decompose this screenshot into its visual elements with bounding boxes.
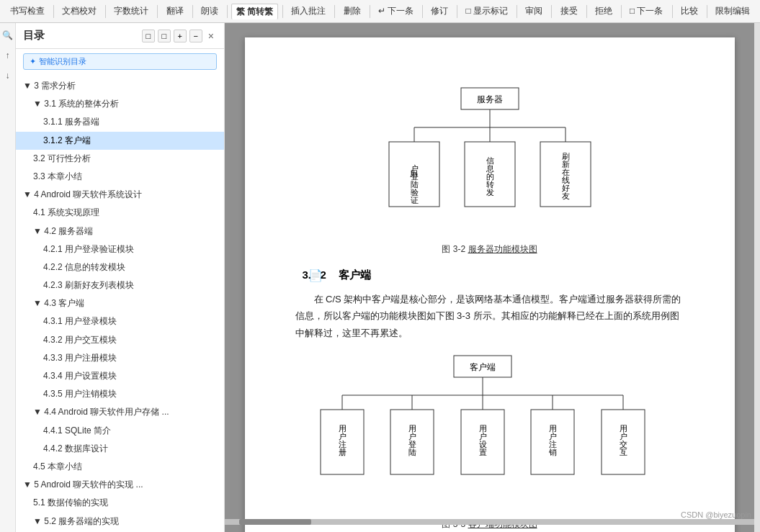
- sidebar-header: 目录 □ □ + − ×: [16, 23, 224, 49]
- toolbar: 书写检查 文档校对 字数统计 翻译 朗读 繁 简转繁 插入批注 删除 ↵ 下一条…: [0, 0, 760, 23]
- svg-text:互: 互: [619, 448, 627, 456]
- section-heading: 3.1.2 客户端: [295, 269, 684, 282]
- svg-text:服务器: 服务器: [477, 94, 503, 104]
- svg-text:客户端: 客户端: [470, 362, 496, 372]
- svg-text:证: 证: [410, 196, 418, 204]
- toc-item-4.4.2[interactable]: 4.4.2 数据库设计: [16, 440, 224, 458]
- toc-item-4.2[interactable]: ▼ 4.2 服务器端: [16, 222, 224, 240]
- sidebar-ctrl-collapse[interactable]: □: [142, 30, 155, 42]
- search-icon[interactable]: 🔍: [1, 29, 14, 42]
- svg-text:置: 置: [478, 448, 486, 456]
- svg-text:友: 友: [561, 191, 569, 200]
- toolbar-reject[interactable]: 拒绝: [591, 4, 617, 19]
- sidebar-toc: 目录 □ □ + − × ✦ 智能识别目录 ▼ 3 需求分析▼ 3.1 系统的整…: [16, 23, 225, 532]
- toc-item-4[interactable]: ▼ 4 Android 聊天软件系统设计: [16, 186, 224, 204]
- toolbar-wendang[interactable]: 文档校对: [58, 4, 101, 19]
- toc-item-5.2[interactable]: ▼ 5.2 服务器端的实现: [16, 513, 224, 531]
- smart-btn-label: 智能识别目录: [39, 56, 86, 67]
- toc-item-4.4.1[interactable]: 4.4.1 SQLite 简介: [16, 422, 224, 440]
- toc-item-4.5[interactable]: 4.5 本章小结: [16, 458, 224, 476]
- toc-item-3.1.2[interactable]: 3.1.2 客户端: [16, 132, 224, 150]
- svg-text:发: 发: [486, 188, 493, 197]
- server-chart-container: 服务器 用 户 登 陆 验 证: [295, 81, 684, 239]
- toc-item-3.2[interactable]: 3.2 可行性分析: [16, 150, 224, 168]
- nav-down-icon[interactable]: ↓: [1, 69, 14, 82]
- toc-tree: ▼ 3 需求分析▼ 3.1 系统的整体分析 3.1.1 服务器端 3.1.2 客…: [16, 74, 224, 532]
- toc-item-4.3.1[interactable]: 4.3.1 用户登录模块: [16, 312, 224, 330]
- sidebar-ctrl-plus[interactable]: +: [174, 30, 187, 42]
- client-chart-container: 客户端 用 户 注 册: [295, 348, 684, 514]
- toc-item-4.3[interactable]: ▼ 4.3 客户端: [16, 294, 224, 312]
- toc-item-4.2.2[interactable]: 4.2.2 信息的转发模块: [16, 258, 224, 276]
- fig1-caption-underline: 服务器功能模块图: [468, 244, 537, 254]
- toolbar-accept[interactable]: 接受: [556, 4, 582, 19]
- toolbar-show-marks[interactable]: □ 显示标记: [462, 4, 513, 19]
- sidebar-ctrl-minus[interactable]: −: [189, 30, 202, 42]
- sidebar-title: 目录: [23, 29, 45, 42]
- section-heading-container: 📄 3.1.2 客户端: [295, 269, 684, 282]
- toolbar-xiuding[interactable]: 修订: [426, 4, 452, 19]
- sidebar-ctrl-box[interactable]: □: [158, 30, 171, 42]
- toc-item-3.1.1[interactable]: 3.1.1 服务器端: [16, 113, 224, 131]
- toc-item-5[interactable]: ▼ 5 Android 聊天软件的实现 ...: [16, 476, 224, 494]
- sidebar-close-btn[interactable]: ×: [205, 30, 217, 42]
- svg-text:销: 销: [547, 448, 556, 456]
- right-border: [754, 23, 760, 532]
- toc-item-3[interactable]: ▼ 3 需求分析: [16, 77, 224, 95]
- svg-text:陆: 陆: [408, 448, 416, 456]
- toc-item-4.4[interactable]: ▼ 4.4 Android 聊天软件用户存储 ...: [16, 403, 224, 421]
- scrollbar-thumb-h[interactable]: [239, 519, 311, 525]
- fig1-caption: 图 3-2 服务器功能模块图: [295, 243, 684, 256]
- toc-item-3.1[interactable]: ▼ 3.1 系统的整体分析: [16, 95, 224, 113]
- icon-strip: 🔍 ↑ ↓: [0, 23, 16, 532]
- toolbar-shuxie[interactable]: 书写检查: [6, 4, 49, 19]
- toolbar-delete[interactable]: 删除: [339, 4, 365, 19]
- toolbar-fanyi[interactable]: 翻译: [162, 4, 188, 19]
- svg-text:册: 册: [338, 448, 346, 456]
- toolbar-jianfan[interactable]: 繁 简转繁: [231, 4, 278, 19]
- toc-item-4.1[interactable]: 4.1 系统实现原理: [16, 204, 224, 222]
- toc-item-3.3[interactable]: 3.3 本章小结: [16, 168, 224, 186]
- toolbar-next1[interactable]: ↵ 下一条: [374, 4, 418, 19]
- toolbar-compare[interactable]: 比较: [676, 4, 702, 19]
- toc-item-4.3.4[interactable]: 4.3.4 用户设置模块: [16, 367, 224, 385]
- toolbar-review[interactable]: 审阅: [521, 4, 547, 19]
- client-org-chart: 客户端 用 户 注 册: [317, 348, 663, 514]
- toc-item-4.3.2[interactable]: 4.3.2 用户交互模块: [16, 331, 224, 349]
- toc-item-4.2.1[interactable]: 4.2.1 用户登录验证模块: [16, 240, 224, 258]
- toolbar-langdu[interactable]: 朗读: [197, 4, 223, 19]
- section-title: 客户端: [339, 269, 371, 281]
- doc-area[interactable]: 服务器 用 户 登 陆 验 证: [225, 23, 754, 532]
- horizontal-scrollbar[interactable]: [225, 519, 754, 525]
- smart-icon: ✦: [30, 57, 36, 66]
- nav-up-icon[interactable]: ↑: [1, 49, 14, 62]
- main-layout: 🔍 ↑ ↓ 目录 □ □ + − × ✦ 智能识别目录 ▼ 3 需求分析▼ 3.…: [0, 23, 760, 532]
- doc-paragraph1: 在 C/S 架构中客户端是核心部分，是该网络基本通信模型。客户端通过服务器获得所…: [295, 291, 684, 341]
- sidebar-controls: □ □ + − ×: [142, 30, 217, 42]
- toolbar-zishu[interactable]: 字数统计: [109, 4, 153, 19]
- toc-item-5.1[interactable]: 5.1 数据传输的实现: [16, 494, 224, 512]
- comment-icon[interactable]: 📄: [308, 269, 323, 282]
- watermark: CSDN @biyezuopin: [681, 510, 751, 519]
- toolbar-next2[interactable]: □ 下一条: [625, 4, 668, 19]
- toc-item-4.2.3[interactable]: 4.2.3 刷新好友列表模块: [16, 276, 224, 294]
- smart-toc-button[interactable]: ✦ 智能识别目录: [23, 53, 217, 70]
- doc-page: 服务器 用 户 登 陆 验 证: [245, 37, 735, 532]
- toc-item-4.3.3[interactable]: 4.3.3 用户注册模块: [16, 349, 224, 367]
- toolbar-insert-comment[interactable]: 插入批注: [287, 4, 330, 19]
- toolbar-limit[interactable]: 限制编辑: [711, 4, 754, 19]
- toc-item-4.3.5[interactable]: 4.3.5 用户注销模块: [16, 385, 224, 403]
- server-org-chart: 服务器 用 户 登 陆 验 证: [375, 81, 605, 239]
